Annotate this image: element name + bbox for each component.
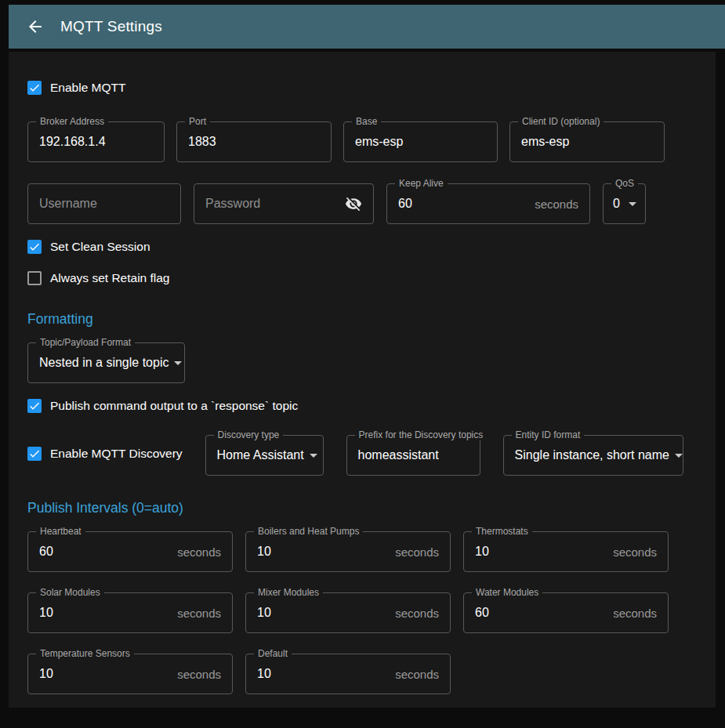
- check-icon: [28, 81, 41, 94]
- field-suffix: seconds: [177, 607, 221, 620]
- dropdown-arrow-icon: [623, 194, 642, 213]
- dropdown-arrow-icon: [304, 446, 323, 465]
- credentials-row: Username Password Keep Alive 60 seconds …: [27, 183, 697, 224]
- field-value: 60: [398, 197, 412, 211]
- field-value: 60: [475, 606, 489, 620]
- field-value: 0: [613, 197, 620, 211]
- settings-panel: Enable MQTT Broker Address 192.168.1.4 P…: [9, 52, 716, 708]
- field-value: Single instance, short name: [515, 448, 669, 462]
- field-value: 10: [257, 545, 271, 559]
- port-field[interactable]: Port 1883: [176, 121, 332, 162]
- checkbox: [27, 81, 42, 95]
- field-suffix: seconds: [395, 668, 439, 681]
- field-suffix: seconds: [613, 607, 657, 620]
- checkbox: [27, 399, 42, 413]
- discovery-type-select[interactable]: Discovery type Home Assistant: [205, 435, 324, 476]
- field-label: Base: [352, 117, 381, 127]
- field-value: 10: [475, 545, 489, 559]
- temperature-sensors-interval-field[interactable]: Temperature Sensors 10 seconds: [27, 654, 233, 694]
- check-icon: [28, 400, 41, 412]
- retain-flag-checkbox[interactable]: Always set Retain flag: [27, 270, 170, 286]
- checkbox: [27, 271, 42, 285]
- discovery-row: Enable MQTT Discovery Discovery type Hom…: [27, 435, 697, 476]
- field-label: Client ID (optional): [518, 117, 604, 127]
- publish-intervals-section-heading: Publish Intervals (0=auto): [27, 499, 697, 516]
- field-label: Heartbeat: [36, 527, 85, 537]
- dropdown-arrow-icon: [169, 353, 187, 372]
- field-suffix: seconds: [395, 545, 439, 559]
- page-title: MQTT Settings: [60, 18, 162, 35]
- clean-session-checkbox[interactable]: Set Clean Session: [27, 239, 150, 255]
- checkbox-label: Always set Retain flag: [50, 270, 170, 286]
- field-label: Discovery type: [214, 430, 284, 440]
- discovery-prefix-field[interactable]: Prefix for the Discovery topics homeassi…: [346, 435, 480, 476]
- field-label: Keep Alive: [395, 179, 448, 189]
- field-label: Temperature Sensors: [36, 649, 134, 659]
- checkbox: [27, 447, 42, 461]
- field-suffix: seconds: [177, 668, 221, 681]
- boilers-interval-field[interactable]: Boilers and Heat Pumps 10 seconds: [245, 531, 451, 572]
- visibility-off-icon[interactable]: [345, 195, 362, 212]
- field-value: Nested in a single topic: [39, 356, 169, 370]
- field-label: QoS: [611, 179, 638, 189]
- field-label: Mixer Modules: [254, 588, 323, 598]
- checkbox-label: Enable MQTT Discovery: [50, 446, 183, 462]
- field-value: 192.168.1.4: [39, 135, 106, 149]
- dropdown-arrow-icon: [669, 446, 688, 465]
- default-interval-field[interactable]: Default 10 seconds: [245, 654, 451, 694]
- field-value: ems-esp: [355, 135, 403, 149]
- field-value: Home Assistant: [217, 448, 304, 462]
- enable-discovery-checkbox[interactable]: Enable MQTT Discovery: [27, 446, 183, 462]
- field-suffix: seconds: [535, 197, 578, 211]
- checkbox-label: Set Clean Session: [50, 239, 150, 255]
- password-field[interactable]: Password: [194, 183, 374, 224]
- app-bar: MQTT Settings: [9, 5, 725, 49]
- field-value: 10: [257, 606, 271, 620]
- topic-format-row: Topic/Payload Format Nested in a single …: [27, 342, 697, 383]
- broker-address-field[interactable]: Broker Address 192.168.1.4: [27, 121, 165, 162]
- field-label: Prefix for the Discovery topics: [355, 430, 488, 440]
- field-label: Port: [185, 117, 210, 127]
- checkbox-label: Enable MQTT: [50, 80, 125, 96]
- entity-id-format-select[interactable]: Entity ID format Single instance, short …: [503, 435, 683, 476]
- formatting-section-heading: Formatting: [27, 310, 697, 328]
- field-suffix: seconds: [613, 545, 657, 559]
- field-value: 10: [257, 667, 271, 681]
- field-label: Water Modules: [472, 588, 542, 598]
- back-button[interactable]: [20, 11, 51, 42]
- field-label: Default: [254, 649, 292, 659]
- publish-intervals-grid: Heartbeat 60 seconds Boilers and Heat Pu…: [27, 531, 697, 694]
- check-icon: [28, 241, 41, 253]
- water-modules-interval-field[interactable]: Water Modules 60 seconds: [463, 592, 669, 633]
- field-value: 60: [39, 545, 53, 559]
- checkbox-label: Publish command output to a `response` t…: [50, 398, 298, 414]
- field-placeholder: Password: [205, 197, 260, 211]
- check-icon: [28, 447, 41, 460]
- field-label: Entity ID format: [512, 430, 585, 440]
- field-value: 10: [39, 667, 53, 681]
- arrow-back-icon: [26, 17, 45, 36]
- field-value: ems-esp: [521, 135, 569, 149]
- heartbeat-interval-field[interactable]: Heartbeat 60 seconds: [27, 531, 233, 572]
- keep-alive-field[interactable]: Keep Alive 60 seconds: [386, 183, 590, 224]
- field-value: 10: [39, 606, 53, 620]
- client-id-field[interactable]: Client ID (optional) ems-esp: [509, 121, 665, 162]
- solar-modules-interval-field[interactable]: Solar Modules 10 seconds: [27, 592, 233, 633]
- publish-response-checkbox[interactable]: Publish command output to a `response` t…: [27, 398, 298, 414]
- field-label: Boilers and Heat Pumps: [254, 527, 363, 537]
- thermostats-interval-field[interactable]: Thermostats 10 seconds: [463, 531, 669, 572]
- enable-mqtt-checkbox[interactable]: Enable MQTT: [27, 80, 125, 96]
- field-value: homeassistant: [358, 448, 439, 462]
- field-label: Broker Address: [36, 117, 108, 127]
- username-field[interactable]: Username: [27, 183, 181, 224]
- field-suffix: seconds: [177, 545, 221, 559]
- checkbox: [27, 240, 42, 254]
- base-field[interactable]: Base ems-esp: [343, 121, 498, 162]
- field-placeholder: Username: [39, 197, 97, 211]
- field-label: Thermostats: [472, 527, 532, 537]
- qos-select[interactable]: QoS 0: [603, 183, 646, 224]
- topic-payload-format-select[interactable]: Topic/Payload Format Nested in a single …: [27, 342, 185, 383]
- field-value: 1883: [188, 135, 216, 149]
- mixer-modules-interval-field[interactable]: Mixer Modules 10 seconds: [245, 592, 451, 633]
- broker-settings-row: Broker Address 192.168.1.4 Port 1883 Bas…: [27, 121, 697, 162]
